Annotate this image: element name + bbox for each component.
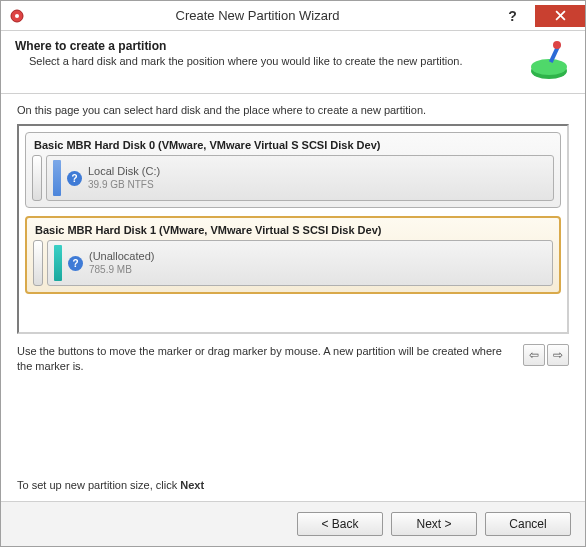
help-button[interactable]: ? — [490, 5, 535, 27]
partition-color-icon — [53, 160, 61, 196]
close-icon — [555, 10, 566, 21]
disk-0-body: ? Local Disk (C:) 39.9 GB NTFS — [32, 155, 554, 201]
disk-0-handle[interactable] — [32, 155, 42, 201]
header-subtitle: Select a hard disk and mark the position… — [29, 55, 519, 67]
header-text: Where to create a partition Select a har… — [15, 39, 519, 83]
app-icon — [9, 8, 25, 24]
cancel-button[interactable]: Cancel — [485, 512, 571, 536]
svg-point-1 — [15, 14, 19, 18]
partition-text: (Unallocated) 785.9 MB — [89, 250, 154, 275]
footer: < Back Next > Cancel — [1, 501, 585, 546]
partition-text: Local Disk (C:) 39.9 GB NTFS — [88, 165, 160, 190]
wizard-header: Where to create a partition Select a har… — [1, 31, 585, 94]
disk-1-partition[interactable]: ? (Unallocated) 785.9 MB — [47, 240, 553, 286]
disk-1[interactable]: Basic MBR Hard Disk 1 (VMware, VMware Vi… — [25, 216, 561, 294]
next-hint-prefix: To set up new partition size, click — [17, 479, 180, 491]
svg-point-5 — [531, 59, 567, 75]
svg-point-7 — [553, 41, 561, 49]
disk-0-partition[interactable]: ? Local Disk (C:) 39.9 GB NTFS — [46, 155, 554, 201]
window-title: Create New Partition Wizard — [25, 8, 490, 23]
titlebar: Create New Partition Wizard ? — [1, 1, 585, 31]
partition-color-icon — [54, 245, 62, 281]
marker-left-button[interactable]: ⇦ — [523, 344, 545, 366]
disk-1-body: ? (Unallocated) 785.9 MB — [33, 240, 553, 286]
arrow-left-icon: ⇦ — [529, 347, 539, 364]
partition-size: 785.9 MB — [89, 264, 154, 276]
marker-help-row: Use the buttons to move the marker or dr… — [17, 344, 569, 375]
disk-0-label: Basic MBR Hard Disk 0 (VMware, VMware Vi… — [34, 139, 554, 151]
partition-size: 39.9 GB NTFS — [88, 179, 160, 191]
disk-0[interactable]: Basic MBR Hard Disk 0 (VMware, VMware Vi… — [25, 132, 561, 208]
spacer — [17, 375, 569, 469]
wizard-window: Create New Partition Wizard ? Where to c… — [0, 0, 586, 547]
back-button[interactable]: < Back — [297, 512, 383, 536]
next-hint: To set up new partition size, click Next — [17, 479, 569, 491]
info-icon: ? — [68, 256, 83, 271]
disk-list-panel: Basic MBR Hard Disk 0 (VMware, VMware Vi… — [17, 124, 569, 334]
marker-help-text: Use the buttons to move the marker or dr… — [17, 344, 515, 375]
disk-1-label: Basic MBR Hard Disk 1 (VMware, VMware Vi… — [35, 224, 553, 236]
content-area: On this page you can select hard disk an… — [1, 94, 585, 501]
instruction-text: On this page you can select hard disk an… — [17, 104, 569, 116]
next-button[interactable]: Next > — [391, 512, 477, 536]
marker-arrow-group: ⇦ ⇨ — [523, 344, 569, 366]
partition-name: Local Disk (C:) — [88, 165, 160, 178]
close-button[interactable] — [535, 5, 585, 27]
partition-name: (Unallocated) — [89, 250, 154, 263]
disk-1-handle[interactable] — [33, 240, 43, 286]
info-icon: ? — [67, 171, 82, 186]
partition-wizard-icon — [527, 39, 571, 83]
arrow-right-icon: ⇨ — [553, 347, 563, 364]
next-hint-bold: Next — [180, 479, 204, 491]
header-title: Where to create a partition — [15, 39, 519, 53]
marker-right-button[interactable]: ⇨ — [547, 344, 569, 366]
